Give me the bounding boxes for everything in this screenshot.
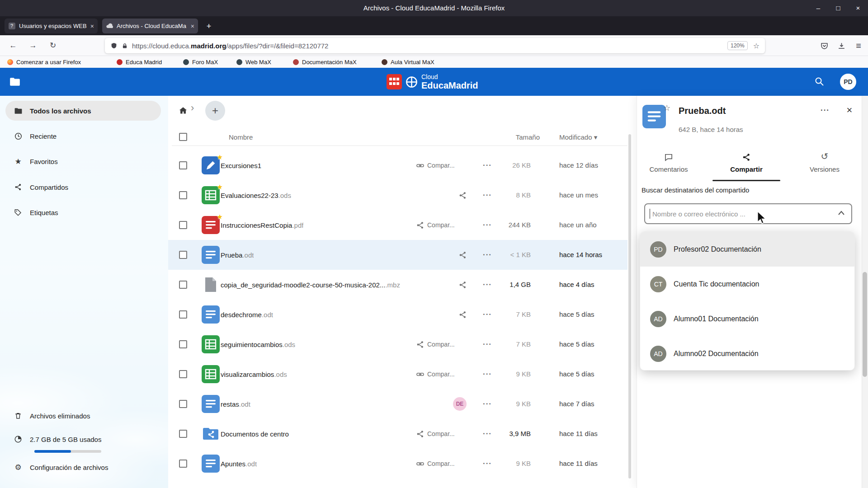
row-checkbox[interactable] (179, 460, 187, 468)
url-text[interactable]: https://cloud.educa.madrid.org/apps/file… (132, 42, 727, 50)
forward-button[interactable]: → (25, 38, 41, 53)
new-file-button[interactable]: + (205, 101, 225, 121)
favorite-toggle-icon[interactable]: ☆ (663, 103, 670, 113)
files-app-icon[interactable] (9, 76, 21, 89)
file-row[interactable]: Apuntes.odt Compar... ··· 9 KB hace 11 d… (168, 449, 627, 479)
list-scrollbar[interactable] (628, 134, 631, 479)
file-name[interactable]: visualizarcambios.ods (221, 359, 287, 389)
sidebar-item-recent[interactable]: Reciente (5, 126, 161, 146)
file-name[interactable]: desdechrome.odt (221, 300, 273, 329)
row-checkbox[interactable] (179, 400, 187, 408)
row-checkbox[interactable] (179, 430, 187, 438)
sidebar-item-settings[interactable]: ⚙ Configuración de archivos (5, 457, 161, 477)
bookmark-item[interactable]: Web MaX (236, 57, 271, 67)
zoom-level-badge[interactable]: 120% (727, 41, 748, 50)
new-tab-button[interactable]: + (203, 20, 215, 33)
window-titlebar[interactable]: Archivos - Cloud EducaMadrid - Mozilla F… (0, 0, 868, 16)
row-actions-button[interactable]: ··· (477, 419, 497, 449)
row-checkbox[interactable] (179, 370, 187, 378)
file-row[interactable]: copia_de_seguridad-moodle2-course-50-mus… (168, 270, 627, 300)
column-name[interactable]: Nombre (229, 133, 253, 141)
tab-close-icon[interactable]: × (191, 23, 194, 30)
file-name[interactable]: Evaluaciones22-23.ods (221, 180, 291, 210)
column-modified[interactable]: Modificado ▾ (559, 133, 597, 141)
suggestion-item[interactable]: AD Alumno01 Documentación (640, 301, 854, 336)
maximize-button[interactable]: □ (828, 0, 848, 16)
select-all-checkbox[interactable] (179, 133, 187, 141)
reload-button[interactable]: ↻ (45, 38, 61, 53)
share-status[interactable] (458, 240, 470, 270)
column-size[interactable]: Tamaño (516, 133, 540, 141)
share-status[interactable]: Compar... (416, 150, 455, 180)
file-name[interactable]: seguimientocambios.ods (221, 329, 295, 359)
file-row[interactable]: ★ InstruccionesRestCopia.pdf Compar... ·… (168, 210, 627, 240)
home-breadcrumb-icon[interactable] (176, 104, 190, 117)
row-actions-button[interactable]: ··· (477, 150, 497, 180)
url-bar[interactable]: https://cloud.educa.madrid.org/apps/file… (105, 38, 765, 53)
chevron-up-icon[interactable] (837, 209, 846, 220)
back-button[interactable]: ← (5, 38, 21, 53)
tab-comments[interactable]: Comentarios (635, 149, 703, 179)
pocket-icon[interactable] (816, 38, 832, 53)
file-row-selected[interactable]: Prueba.odt ··· < 1 KB hace 14 horas (168, 240, 627, 270)
file-name[interactable]: Excursiones1 (221, 150, 261, 180)
file-row[interactable]: seguimientocambios.ods Compar... ··· 7 K… (168, 329, 627, 359)
bookmark-item[interactable]: Comenzar a usar Firefox (7, 57, 81, 67)
row-actions-button[interactable]: ··· (477, 389, 497, 419)
tab-close-icon[interactable]: × (90, 23, 94, 30)
file-row[interactable]: ★ Evaluaciones22-23.ods ··· 8 KB hace un… (168, 180, 627, 210)
suggestion-item[interactable]: PD Profesor02 Documentación (640, 232, 854, 267)
tab-share[interactable]: Compartir (712, 149, 780, 179)
row-actions-button[interactable]: ··· (477, 300, 497, 329)
panel-close-button[interactable]: × (840, 102, 859, 118)
row-actions-button[interactable]: ··· (477, 210, 497, 240)
close-window-button[interactable]: × (848, 0, 868, 16)
share-status[interactable] (458, 270, 470, 300)
row-checkbox[interactable] (179, 221, 187, 229)
row-checkbox[interactable] (179, 191, 187, 199)
file-name[interactable]: Documentos de centro (221, 419, 289, 449)
share-status[interactable] (458, 300, 470, 329)
file-row[interactable]: restas.odt DE ··· 9 KB hace 7 días (168, 389, 627, 419)
file-name[interactable]: Prueba.odt (221, 240, 254, 270)
browser-tab-usuarios[interactable]: ? Usuarios y espacios WEB × (5, 19, 98, 33)
row-actions-button[interactable]: ··· (477, 270, 497, 300)
file-name[interactable]: InstruccionesRestCopia.pdf (221, 210, 303, 240)
sidebar-item-tags[interactable]: Etiquetas (5, 202, 161, 222)
row-checkbox[interactable] (179, 310, 187, 319)
share-status[interactable]: Compar... (416, 359, 455, 389)
file-name[interactable]: restas.odt (221, 389, 250, 419)
file-row[interactable]: ★ Excursiones1 Compar... ··· 26 KB hace … (168, 150, 627, 180)
search-icon[interactable] (814, 76, 825, 89)
minimize-button[interactable]: – (808, 0, 828, 16)
share-status[interactable]: Compar... (416, 419, 455, 449)
tab-versions[interactable]: ↺ Versiones (791, 149, 859, 179)
suggestion-item[interactable]: AD Alumno02 Documentación (640, 336, 854, 371)
bookmark-item[interactable]: Documentación MaX (293, 57, 357, 67)
share-search-input[interactable] (644, 203, 852, 224)
sidebar-item-favorites[interactable]: ★ Favoritos (5, 151, 161, 171)
bookmark-item[interactable]: Aula Virtual MaX (382, 57, 434, 67)
row-actions-button[interactable]: ··· (477, 359, 497, 389)
row-actions-button[interactable]: ··· (477, 240, 497, 270)
file-row[interactable]: visualizarcambios.ods Compar... ··· 9 KB… (168, 359, 627, 389)
file-row[interactable]: desdechrome.odt ··· 7 KB hace 5 días (168, 300, 627, 329)
sidebar-item-all-files[interactable]: Todos los archivos (5, 101, 161, 121)
hamburger-menu-icon[interactable]: ≡ (851, 38, 866, 53)
suggestion-item[interactable]: CT Cuenta Tic documentacion (640, 267, 854, 301)
browser-tab-archivos[interactable]: Archivos - Cloud EducaMa × (102, 19, 198, 33)
panel-actions-button[interactable]: ··· (816, 102, 834, 118)
row-actions-button[interactable]: ··· (477, 329, 497, 359)
file-name[interactable]: copia_de_seguridad-moodle2-course-50-mus… (221, 270, 400, 300)
lock-icon[interactable] (122, 42, 128, 49)
user-avatar[interactable]: PD (840, 74, 856, 90)
sharee-avatar[interactable]: DE (453, 397, 467, 411)
page-scrollbar-thumb[interactable] (863, 272, 867, 377)
file-name[interactable]: Apuntes.odt (221, 449, 257, 479)
row-actions-button[interactable]: ··· (477, 180, 497, 210)
sidebar-item-trash[interactable]: Archivos eliminados (5, 406, 161, 426)
sidebar-item-shared[interactable]: Compartidos (5, 177, 161, 197)
bookmark-item[interactable]: Educa Madrid (117, 57, 162, 67)
share-status[interactable]: Compar... (416, 329, 455, 359)
share-status[interactable]: Compar... (416, 210, 455, 240)
